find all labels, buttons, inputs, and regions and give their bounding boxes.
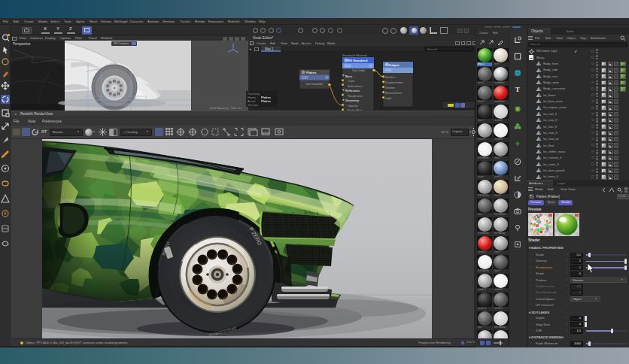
- svg-text:T: T: [515, 86, 520, 93]
